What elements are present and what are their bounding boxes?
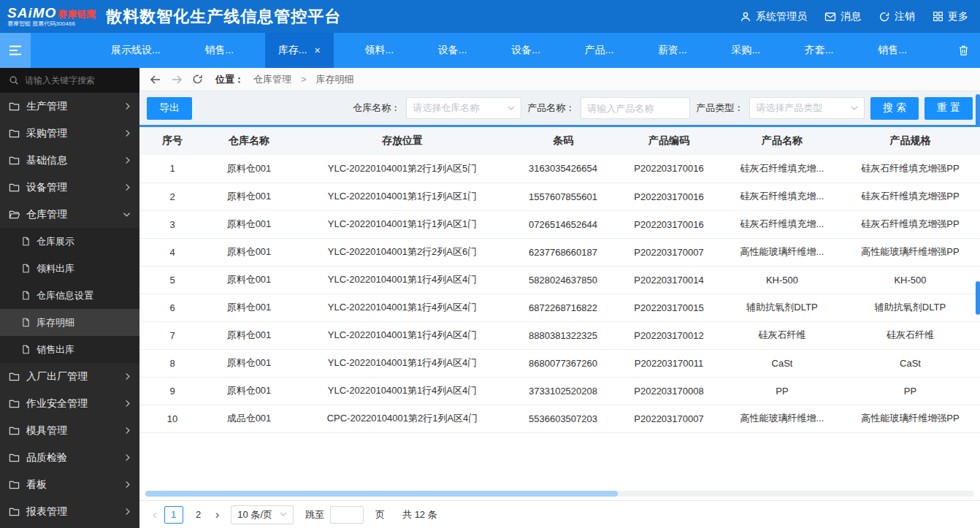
sidebar-subitem[interactable]: 仓库展示 <box>0 228 139 255</box>
sidebar-item[interactable]: 生产管理 <box>0 93 139 120</box>
table-cell: YLC-20220104001第1行4列A区4门 <box>293 377 512 405</box>
table-row[interactable]: 10成品仓001CPC-20220104001第2行1列A区4门55366035… <box>139 405 980 432</box>
vertical-scrollbar-thumb-1[interactable] <box>976 94 980 126</box>
sidebar-subitem[interactable]: 仓库信息设置 <box>0 282 139 309</box>
table-cell: 原料仓001 <box>205 155 293 183</box>
refresh-icon[interactable] <box>192 74 203 85</box>
search-input[interactable] <box>25 75 131 85</box>
folder-icon <box>9 371 20 382</box>
sidebar-item[interactable]: 设备管理 <box>0 174 139 201</box>
table-cell: 高性能玻璃纤维增... <box>724 238 841 266</box>
chevron-right-icon <box>125 129 131 137</box>
sidebar-item[interactable]: 模具管理 <box>0 417 139 444</box>
table-cell: YLC-20220104001第1行4列A区4门 <box>293 266 512 294</box>
folder-icon <box>9 425 20 436</box>
sidebar-subitem-label: 库存明细 <box>37 316 74 329</box>
messages-button[interactable]: 消息 <box>824 10 861 23</box>
sidebar-item[interactable]: 看板 <box>0 471 139 498</box>
sidebar-item-label: 采购管理 <box>26 127 67 140</box>
table-row[interactable]: 9原料仓001YLC-20220104001第1行4列A区4门373310252… <box>139 377 980 405</box>
sidebar-subitem[interactable]: 销售出库 <box>0 336 139 363</box>
table-cell: P202203170007 <box>614 238 724 266</box>
document-icon <box>21 237 31 246</box>
horizontal-scrollbar[interactable] <box>145 491 974 497</box>
topbar-actions: 系统管理员 消息 注销 更多 <box>740 10 968 23</box>
tab-label: 销售... <box>204 44 234 57</box>
warehouse-label: 仓库名称： <box>353 102 400 115</box>
product-name-input[interactable] <box>587 103 684 114</box>
tab-9[interactable]: 采购... <box>718 33 773 68</box>
table-header-cell: 存放位置 <box>293 127 512 155</box>
prev-page-button[interactable]: ‹ <box>151 508 158 521</box>
sidebar-item[interactable]: 仓库管理 <box>0 201 139 228</box>
table-row[interactable]: 1原料仓001YLC-20220104001第2行1列A区5门316303542… <box>139 155 980 183</box>
chevron-right-icon <box>125 481 131 489</box>
tab-close-icon[interactable]: × <box>314 45 320 56</box>
page-number-2[interactable]: 2 <box>189 506 208 524</box>
more-button[interactable]: 更多 <box>933 10 968 23</box>
page-numbers: 12 <box>164 506 208 524</box>
sidebar-item[interactable]: 基础信息 <box>0 147 139 174</box>
product-type-select[interactable]: 请选择产品类型 <box>749 97 865 119</box>
tab-4[interactable]: 领料... <box>351 33 407 68</box>
sidebar-item[interactable]: 入厂出厂管理 <box>0 363 139 390</box>
warehouse-select-placeholder: 请选择仓库名称 <box>413 102 505 115</box>
menu-collapse-button[interactable] <box>0 33 31 68</box>
tab-3[interactable]: 库存...× <box>265 33 334 68</box>
table-cell: 硅灰石纤维填充增... <box>724 210 841 238</box>
folder-icon <box>9 479 20 490</box>
table-cell: 高性能玻璃纤维增强PP <box>841 405 980 432</box>
table-cell: 硅灰石纤维填充增... <box>724 183 841 210</box>
tab-label: 销售... <box>878 44 907 57</box>
tab-1[interactable]: 展示线设... <box>98 33 174 68</box>
tab-2[interactable]: 销售... <box>191 33 247 68</box>
tab-11[interactable]: 销售... <box>865 33 920 68</box>
table-row[interactable]: 3原料仓001YLC-20220104001第1行1列A区1门072651465… <box>139 210 980 238</box>
sidebar-item[interactable]: 报表管理 <box>0 498 139 525</box>
page-size-value: 10 条/页 <box>237 508 272 521</box>
table-cell: 7 <box>139 321 205 349</box>
folder-icon <box>9 398 20 409</box>
sidebar-subitem[interactable]: 领料出库 <box>0 255 139 282</box>
table-row[interactable]: 4原料仓001YLC-20220104001第2行2列A区6门623776866… <box>139 238 980 266</box>
table-cell: PP <box>724 377 841 405</box>
tab-10[interactable]: 齐套... <box>792 33 847 68</box>
sidebar-subitem[interactable]: 库存明细 <box>0 309 139 336</box>
table-cell: 原料仓001 <box>205 349 293 377</box>
search-button[interactable]: 搜 索 <box>870 97 919 120</box>
tab-5[interactable]: 设备... <box>425 33 481 68</box>
vertical-scrollbar-thumb-2[interactable] <box>976 281 980 315</box>
table-cell: 原料仓001 <box>205 294 293 321</box>
horizontal-scrollbar-thumb[interactable] <box>145 491 618 497</box>
warehouse-select[interactable]: 请选择仓库名称 <box>406 97 521 119</box>
export-button[interactable]: 导出 <box>147 97 192 120</box>
sidebar-item[interactable]: 作业安全管理 <box>0 390 139 417</box>
tab-bar: 展示线设...销售...库存...×领料...设备...设备...产品...薪资… <box>0 33 980 68</box>
user-menu[interactable]: 系统管理员 <box>740 10 807 23</box>
table-row[interactable]: 6原料仓001YLC-20220104001第1行4列A区4门687226871… <box>139 294 980 321</box>
jump-page-input[interactable] <box>330 506 364 524</box>
back-icon[interactable] <box>150 74 161 85</box>
jump-label: 跳至 <box>305 508 324 521</box>
page-number-1[interactable]: 1 <box>164 506 183 524</box>
close-all-tabs-button[interactable] <box>946 33 980 68</box>
table-cell: 8 <box>139 349 205 377</box>
tab-7[interactable]: 产品... <box>572 33 627 68</box>
table-cell: 辅助抗氧剂DLTP <box>724 294 841 321</box>
table-row[interactable]: 5原料仓001YLC-20220104001第1行4列A区4门582802463… <box>139 266 980 294</box>
reset-button[interactable]: 重 置 <box>925 97 973 120</box>
sidebar-item[interactable]: 采购管理 <box>0 120 139 147</box>
breadcrumb-label: 位置： <box>215 73 244 86</box>
breadcrumb-parent[interactable]: 仓库管理 <box>253 73 291 86</box>
next-page-button[interactable]: › <box>214 508 221 521</box>
logout-button[interactable]: 注销 <box>878 10 915 23</box>
table-row[interactable]: 7原料仓001YLC-20220104001第1行4列A区4门888038132… <box>139 321 980 349</box>
tab-6[interactable]: 设备... <box>498 33 554 68</box>
page-size-select[interactable]: 10 条/页 <box>231 505 294 524</box>
sidebar-subitem-label: 仓库展示 <box>37 235 74 248</box>
tab-8[interactable]: 薪资... <box>645 33 700 68</box>
table-row[interactable]: 8原料仓001YLC-20220104001第1行4列A区4门868007736… <box>139 349 980 377</box>
forward-icon[interactable] <box>171 74 183 85</box>
table-row[interactable]: 2原料仓001YLC-20220104001第1行1列A区1门155760785… <box>139 183 980 210</box>
sidebar-item[interactable]: 品质检验 <box>0 444 139 471</box>
